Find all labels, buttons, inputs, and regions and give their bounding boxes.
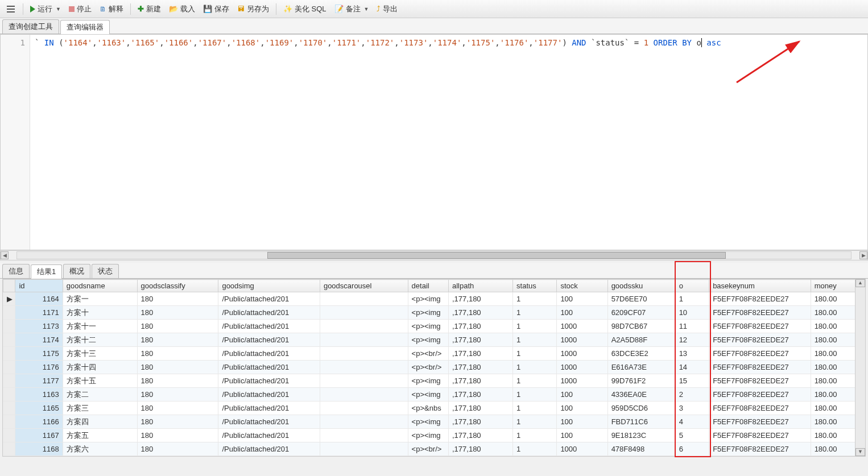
result-grid[interactable]: idgoodsnamegoodsclassifygoodsimggoodscar… bbox=[3, 279, 865, 456]
cell-o[interactable]: 6 bbox=[675, 442, 709, 456]
cell-stock[interactable]: 100 bbox=[557, 415, 607, 429]
cell-goodscarousel[interactable] bbox=[320, 333, 408, 347]
cell-goodscarousel[interactable] bbox=[320, 402, 408, 415]
cell-goodsname[interactable]: 方案二 bbox=[63, 388, 137, 402]
cell-goodscarousel[interactable] bbox=[320, 292, 408, 306]
cell-stock[interactable]: 100 bbox=[557, 306, 607, 320]
cell-status[interactable]: 1 bbox=[513, 402, 557, 415]
scroll-up-button[interactable]: ▲ bbox=[855, 279, 865, 287]
cell-basekeynum[interactable]: F5EF7F08F82EEDE27 bbox=[709, 333, 811, 347]
cell-goodsname[interactable]: 方案十三 bbox=[63, 347, 137, 361]
cell-goodscarousel[interactable] bbox=[320, 429, 408, 442]
cell-goodssku[interactable]: 63DCE3E2 bbox=[607, 347, 675, 361]
cell-allpath[interactable]: ,177,180 bbox=[449, 333, 513, 347]
cell-allpath[interactable]: ,177,180 bbox=[449, 374, 513, 388]
run-button[interactable]: 运行▼ bbox=[27, 3, 64, 15]
new-button[interactable]: ✚新建 bbox=[134, 3, 164, 15]
scroll-track[interactable] bbox=[16, 251, 852, 259]
cell-id[interactable]: 1165 bbox=[15, 402, 63, 415]
table-row[interactable]: 1165方案三180/Public/attached/201<p>&nbs,17… bbox=[3, 402, 865, 415]
cell-goodsname[interactable]: 方案五 bbox=[63, 429, 137, 442]
menu-button[interactable] bbox=[2, 4, 19, 14]
cell-o[interactable]: 13 bbox=[675, 347, 709, 361]
cell-basekeynum[interactable]: F5EF7F08F82EEDE27 bbox=[709, 442, 811, 456]
cell-stock[interactable]: 1000 bbox=[557, 320, 607, 333]
col-header-status[interactable]: status bbox=[513, 280, 557, 292]
cell-status[interactable]: 1 bbox=[513, 320, 557, 333]
cell-o[interactable]: 3 bbox=[675, 402, 709, 415]
cell-o[interactable]: 11 bbox=[675, 320, 709, 333]
cell-goodsname[interactable]: 方案十五 bbox=[63, 374, 137, 388]
col-header-basekeynum[interactable]: basekeynum bbox=[709, 280, 811, 292]
table-row[interactable]: 1167方案五180/Public/attached/201<p><img,17… bbox=[3, 429, 865, 442]
explain-button[interactable]: 🗎解释 bbox=[96, 3, 127, 15]
cell-stock[interactable]: 100 bbox=[557, 292, 607, 306]
col-header-goodssku[interactable]: goodssku bbox=[607, 280, 675, 292]
cell-goodssku[interactable]: E616A73E bbox=[607, 361, 675, 374]
col-header-detail[interactable]: detail bbox=[408, 280, 448, 292]
cell-goodsimg[interactable]: /Public/attached/201 bbox=[218, 333, 320, 347]
cell-goodsclassify[interactable]: 180 bbox=[137, 320, 218, 333]
table-row[interactable]: 1168方案六180/Public/attached/201<p><br/>,1… bbox=[3, 442, 865, 456]
cell-detail[interactable]: <p><img bbox=[408, 292, 448, 306]
cell-goodsclassify[interactable]: 180 bbox=[137, 415, 218, 429]
tab-status[interactable]: 状态 bbox=[92, 264, 119, 278]
cell-goodsimg[interactable]: /Public/attached/201 bbox=[218, 320, 320, 333]
cell-goodssku[interactable]: A2A5D88F bbox=[607, 333, 675, 347]
cell-allpath[interactable]: ,177,180 bbox=[449, 361, 513, 374]
cell-stock[interactable]: 1000 bbox=[557, 374, 607, 388]
cell-o[interactable]: 15 bbox=[675, 374, 709, 388]
cell-basekeynum[interactable]: F5EF7F08F82EEDE27 bbox=[709, 347, 811, 361]
col-header-goodscarousel[interactable]: goodscarousel bbox=[320, 280, 408, 292]
cell-detail[interactable]: <p><img bbox=[408, 388, 448, 402]
cell-goodsimg[interactable]: /Public/attached/201 bbox=[218, 429, 320, 442]
scroll-right-button[interactable]: ▶ bbox=[859, 251, 867, 259]
cell-basekeynum[interactable]: F5EF7F08F82EEDE27 bbox=[709, 388, 811, 402]
cell-allpath[interactable]: ,177,180 bbox=[449, 429, 513, 442]
col-header-goodsimg[interactable]: goodsimg bbox=[218, 280, 320, 292]
cell-allpath[interactable]: ,177,180 bbox=[449, 402, 513, 415]
cell-goodscarousel[interactable] bbox=[320, 347, 408, 361]
cell-id[interactable]: 1175 bbox=[15, 347, 63, 361]
cell-goodsimg[interactable]: /Public/attached/201 bbox=[218, 442, 320, 456]
cell-stock[interactable]: 100 bbox=[557, 429, 607, 442]
cell-goodssku[interactable]: 9E18123C bbox=[607, 429, 675, 442]
scroll-track[interactable] bbox=[855, 287, 865, 448]
col-header-goodsclassify[interactable]: goodsclassify bbox=[137, 280, 218, 292]
cell-goodssku[interactable]: 98D7CB67 bbox=[607, 320, 675, 333]
cell-goodsname[interactable]: 方案十四 bbox=[63, 361, 137, 374]
cell-id[interactable]: 1166 bbox=[15, 415, 63, 429]
load-button[interactable]: 📂载入 bbox=[166, 3, 199, 15]
cell-detail[interactable]: <p><img bbox=[408, 333, 448, 347]
cell-goodsimg[interactable]: /Public/attached/201 bbox=[218, 374, 320, 388]
col-header-id[interactable]: id bbox=[15, 280, 63, 292]
cell-basekeynum[interactable]: F5EF7F08F82EEDE27 bbox=[709, 292, 811, 306]
cell-allpath[interactable]: ,177,180 bbox=[449, 442, 513, 456]
cell-detail[interactable]: <p><img bbox=[408, 320, 448, 333]
cell-goodsimg[interactable]: /Public/attached/201 bbox=[218, 347, 320, 361]
cell-o[interactable]: 4 bbox=[675, 415, 709, 429]
cell-goodscarousel[interactable] bbox=[320, 306, 408, 320]
cell-goodsimg[interactable]: /Public/attached/201 bbox=[218, 388, 320, 402]
cell-o[interactable]: 14 bbox=[675, 361, 709, 374]
cell-detail[interactable]: <p><img bbox=[408, 429, 448, 442]
cell-status[interactable]: 1 bbox=[513, 442, 557, 456]
cell-goodscarousel[interactable] bbox=[320, 374, 408, 388]
col-header-o[interactable]: o bbox=[675, 280, 709, 292]
stop-button[interactable]: 停止 bbox=[65, 3, 95, 15]
cell-goodssku[interactable]: 6209CF07 bbox=[607, 306, 675, 320]
cell-basekeynum[interactable]: F5EF7F08F82EEDE27 bbox=[709, 320, 811, 333]
scroll-thumb[interactable] bbox=[267, 252, 726, 259]
cell-id[interactable]: 1173 bbox=[15, 320, 63, 333]
cell-status[interactable]: 1 bbox=[513, 429, 557, 442]
editor-hscrollbar[interactable]: ◀ ▶ bbox=[0, 250, 868, 260]
table-row[interactable]: ▶1164方案一180/Public/attached/201<p><img,1… bbox=[3, 292, 865, 306]
cell-basekeynum[interactable]: F5EF7F08F82EEDE27 bbox=[709, 415, 811, 429]
cell-goodsclassify[interactable]: 180 bbox=[137, 402, 218, 415]
cell-detail[interactable]: <p><br/> bbox=[408, 442, 448, 456]
cell-basekeynum[interactable]: F5EF7F08F82EEDE27 bbox=[709, 402, 811, 415]
cell-goodscarousel[interactable] bbox=[320, 320, 408, 333]
cell-o[interactable]: 5 bbox=[675, 429, 709, 442]
cell-goodssku[interactable]: 4336EA0E bbox=[607, 388, 675, 402]
tab-result1[interactable]: 结果1 bbox=[31, 264, 62, 279]
